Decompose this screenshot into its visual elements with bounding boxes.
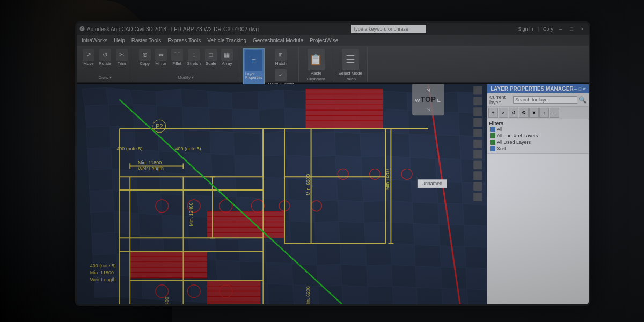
svg-text:N: N (426, 87, 430, 93)
menu-item-projectwise[interactable]: ProjectWise (307, 37, 341, 44)
svg-marker-157 (392, 286, 418, 304)
svg-rect-261 (473, 182, 482, 191)
filter-all[interactable]: All (489, 126, 587, 133)
svg-marker-120 (265, 241, 292, 264)
menu-item-raster[interactable]: Raster Tools (129, 37, 164, 44)
layer-refresh-btn[interactable]: ↺ (509, 108, 518, 118)
maximize-button[interactable]: □ (568, 26, 575, 32)
select-mode-label: Select Mode (338, 71, 362, 76)
current-layer-label: Current layer: (489, 94, 512, 105)
layer-more-btn[interactable]: … (550, 108, 559, 118)
ribbon-btn-select-mode[interactable]: ☰ Select Mode (336, 48, 363, 77)
svg-text:Weir Length: Weir Length (90, 277, 116, 282)
svg-marker-152 (267, 284, 294, 304)
svg-marker-1 (82, 88, 109, 106)
ribbon-btn-stretch[interactable]: ↕ Stretch (186, 48, 202, 67)
svg-rect-257 (473, 140, 482, 148)
draw-group-label: Draw ▾ (98, 75, 112, 80)
svg-marker-143 (441, 267, 467, 289)
layer-panel-controls[interactable]: ─ □ × (574, 86, 586, 92)
scale-label: Scale (206, 61, 216, 66)
layer-filter-btn[interactable]: ▼ (529, 108, 539, 118)
svg-marker-112 (464, 225, 487, 248)
layer-search-input[interactable] (513, 96, 577, 104)
filter-non-xref[interactable]: All non-Xref Layers (489, 133, 587, 139)
ribbon-btn-trim[interactable]: ✂ Trim (114, 48, 129, 67)
ribbon-btn-mirror[interactable]: ⇔ Mirror (153, 48, 169, 67)
svg-text:400 (note 5): 400 (note 5) (175, 146, 201, 151)
layer-settings-btn[interactable]: ⚙ (519, 108, 529, 118)
filter-non-xref-icon (490, 133, 495, 138)
svg-marker-137 (292, 264, 318, 287)
search-icon[interactable]: 🔍 (579, 96, 587, 104)
make-current-icon: ✓ (275, 69, 287, 81)
svg-marker-141 (391, 265, 416, 288)
layer-new-btn[interactable]: + (488, 108, 498, 118)
ribbon-btn-fillet[interactable]: ⌒ Fillet (170, 48, 185, 67)
clipboard-group-label: Clipboard (307, 77, 325, 82)
copy-icon: ⊕ (139, 49, 151, 61)
svg-marker-110 (413, 224, 440, 246)
svg-marker-23 (232, 109, 260, 134)
layer-panel-search-area: Current layer: 🔍 (487, 93, 589, 107)
layer-properties-icon: ≡ (245, 50, 262, 71)
svg-marker-71 (236, 176, 264, 199)
svg-marker-69 (185, 174, 213, 196)
cad-drawing-area[interactable]: P2 400 (note 5) 400 (note 5) Min. 11800 … (77, 84, 487, 304)
title-search-input[interactable] (351, 25, 426, 33)
paste-icon: 📋 (308, 49, 325, 70)
svg-text:S: S (427, 106, 430, 112)
svg-text:Min. 6200: Min. 6200 (305, 174, 311, 195)
ribbon-btn-scale[interactable]: □ Scale (203, 48, 218, 67)
ribbon-group-clipboard: 📋 Paste Clipboard (300, 47, 332, 81)
filter-used[interactable]: All Used Layers (489, 139, 587, 145)
filter-xref[interactable]: Xref (489, 145, 587, 152)
ribbon-btn-array[interactable]: ▦ Array (219, 48, 235, 67)
svg-text:W: W (415, 97, 420, 103)
filters-label: Filters (489, 121, 587, 126)
ribbon-btn-move[interactable]: ↗ Move (81, 48, 96, 67)
svg-marker-134 (216, 260, 241, 283)
title-bar-right: Sign In | Cory ─ □ × (518, 26, 586, 32)
ribbon-btn-paste[interactable]: 📋 Paste (306, 48, 326, 77)
layer-move-btn[interactable]: ↕ (539, 108, 549, 118)
svg-marker-158 (416, 288, 443, 304)
svg-text:400 (note 5): 400 (note 5) (116, 146, 142, 151)
svg-marker-99 (138, 214, 163, 237)
ribbon-btn-hatch[interactable]: ⊞ Hatch (266, 48, 295, 67)
svg-marker-108 (364, 222, 391, 245)
title-bar-left: 🅐 Autodesk AutoCAD Civil 3D 2018 - LFD-A… (80, 26, 259, 32)
fillet-label: Fillet (172, 61, 181, 66)
paste-label: Paste (311, 71, 321, 76)
ribbon-btn-rotate[interactable]: ↺ Rotate (97, 48, 113, 67)
layer-delete-btn[interactable]: × (499, 108, 508, 118)
filter-xref-icon (490, 146, 495, 151)
svg-rect-262 (473, 193, 482, 201)
sign-in-label[interactable]: Sign In (518, 26, 533, 32)
menu-item-vehicle[interactable]: Vehicle Tracking (204, 37, 249, 44)
svg-marker-136 (266, 262, 293, 285)
svg-text:Min. 8200: Min. 8200 (385, 169, 390, 190)
svg-text:Min. 12400: Min. 12400 (164, 297, 170, 304)
close-button[interactable]: × (579, 26, 586, 32)
svg-marker-106 (315, 222, 340, 244)
svg-marker-33 (86, 126, 111, 149)
menu-item-geotechnical[interactable]: Geotechnical Module (250, 37, 306, 44)
svg-rect-260 (473, 171, 482, 180)
svg-marker-95 (438, 203, 464, 225)
svg-marker-156 (368, 286, 394, 304)
ribbon-group-layers: ≡ LayerProperties ⊞ Hatch ✓ Make Current… (239, 47, 299, 81)
svg-marker-6 (207, 91, 232, 109)
svg-marker-54 (211, 154, 236, 177)
ribbon-btn-copy[interactable]: ⊕ Copy (137, 48, 152, 67)
ribbon-buttons-draw: ↗ Move ↺ Rotate ✂ Trim (81, 48, 129, 67)
menu-item-help[interactable]: Help (111, 37, 128, 44)
minimize-button[interactable]: ─ (558, 26, 564, 32)
menu-item-infraworks[interactable]: InfraWorks (79, 37, 110, 44)
layer-panel-header: LAYER PROPERTIES MANAGER ─ □ × (487, 84, 589, 93)
svg-marker-109 (389, 222, 414, 245)
svg-marker-65 (89, 169, 113, 191)
svg-rect-258 (473, 150, 482, 159)
ribbon-buttons-modify: ⊕ Copy ⇔ Mirror ⌒ Fillet ↕ Stretch □ S (137, 48, 235, 67)
menu-item-express[interactable]: Express Tools (165, 37, 203, 44)
